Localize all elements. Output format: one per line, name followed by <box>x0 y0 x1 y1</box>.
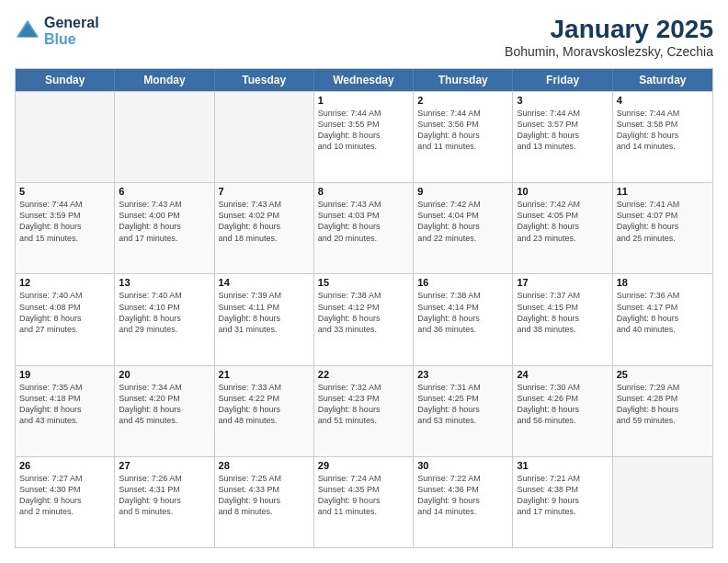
day-info: Sunrise: 7:32 AM Sunset: 4:23 PM Dayligh… <box>318 382 409 427</box>
day-cell-2: 2Sunrise: 7:44 AM Sunset: 3:56 PM Daylig… <box>414 92 513 182</box>
day-number: 26 <box>19 460 110 471</box>
day-number: 28 <box>219 460 310 471</box>
day-info: Sunrise: 7:43 AM Sunset: 4:02 PM Dayligh… <box>219 199 310 244</box>
day-number: 12 <box>19 277 110 288</box>
day-cell-28: 28Sunrise: 7:25 AM Sunset: 4:33 PM Dayli… <box>215 457 314 547</box>
day-info: Sunrise: 7:44 AM Sunset: 3:59 PM Dayligh… <box>19 199 110 244</box>
empty-cell <box>115 92 214 182</box>
day-number: 5 <box>19 186 110 197</box>
weekday-header-tuesday: Tuesday <box>215 69 314 91</box>
day-number: 6 <box>119 186 210 197</box>
day-info: Sunrise: 7:44 AM Sunset: 3:56 PM Dayligh… <box>417 108 508 153</box>
day-info: Sunrise: 7:21 AM Sunset: 4:38 PM Dayligh… <box>517 473 608 518</box>
day-cell-20: 20Sunrise: 7:34 AM Sunset: 4:20 PM Dayli… <box>115 366 214 456</box>
day-info: Sunrise: 7:33 AM Sunset: 4:22 PM Dayligh… <box>219 382 310 427</box>
day-number: 20 <box>119 369 210 380</box>
day-number: 25 <box>617 369 709 380</box>
day-info: Sunrise: 7:25 AM Sunset: 4:33 PM Dayligh… <box>219 473 310 518</box>
day-info: Sunrise: 7:42 AM Sunset: 4:05 PM Dayligh… <box>517 199 608 244</box>
day-cell-4: 4Sunrise: 7:44 AM Sunset: 3:58 PM Daylig… <box>613 92 712 182</box>
weekday-header-thursday: Thursday <box>414 69 513 91</box>
day-cell-29: 29Sunrise: 7:24 AM Sunset: 4:35 PM Dayli… <box>314 457 414 547</box>
day-cell-31: 31Sunrise: 7:21 AM Sunset: 4:38 PM Dayli… <box>513 457 612 547</box>
day-info: Sunrise: 7:44 AM Sunset: 3:58 PM Dayligh… <box>617 108 709 153</box>
weekday-header-friday: Friday <box>513 69 612 91</box>
day-info: Sunrise: 7:44 AM Sunset: 3:55 PM Dayligh… <box>318 108 409 153</box>
day-info: Sunrise: 7:30 AM Sunset: 4:26 PM Dayligh… <box>517 382 608 427</box>
day-info: Sunrise: 7:24 AM Sunset: 4:35 PM Dayligh… <box>318 473 409 518</box>
day-cell-16: 16Sunrise: 7:38 AM Sunset: 4:14 PM Dayli… <box>414 274 513 364</box>
calendar-row-3: 12Sunrise: 7:40 AM Sunset: 4:08 PM Dayli… <box>16 273 712 364</box>
header: General Blue January 2025 Bohumin, Morav… <box>15 15 713 59</box>
page: General Blue January 2025 Bohumin, Morav… <box>0 0 728 563</box>
day-info: Sunrise: 7:38 AM Sunset: 4:14 PM Dayligh… <box>417 290 508 335</box>
day-number: 19 <box>19 369 110 380</box>
weekday-header-monday: Monday <box>115 69 214 91</box>
calendar-row-2: 5Sunrise: 7:44 AM Sunset: 3:59 PM Daylig… <box>16 182 712 273</box>
day-number: 8 <box>318 186 409 197</box>
day-info: Sunrise: 7:44 AM Sunset: 3:57 PM Dayligh… <box>517 108 608 153</box>
day-info: Sunrise: 7:42 AM Sunset: 4:04 PM Dayligh… <box>417 199 508 244</box>
day-number: 3 <box>517 95 608 106</box>
logo-text: General Blue <box>44 15 99 48</box>
day-cell-13: 13Sunrise: 7:40 AM Sunset: 4:10 PM Dayli… <box>115 274 214 364</box>
day-info: Sunrise: 7:39 AM Sunset: 4:11 PM Dayligh… <box>219 290 310 335</box>
day-cell-6: 6Sunrise: 7:43 AM Sunset: 4:00 PM Daylig… <box>115 183 214 273</box>
day-cell-15: 15Sunrise: 7:38 AM Sunset: 4:12 PM Dayli… <box>314 274 414 364</box>
day-cell-30: 30Sunrise: 7:22 AM Sunset: 4:36 PM Dayli… <box>414 457 513 547</box>
day-cell-1: 1Sunrise: 7:44 AM Sunset: 3:55 PM Daylig… <box>314 92 414 182</box>
day-number: 9 <box>417 186 508 197</box>
day-info: Sunrise: 7:38 AM Sunset: 4:12 PM Dayligh… <box>318 290 409 335</box>
weekday-header-saturday: Saturday <box>613 69 712 91</box>
day-info: Sunrise: 7:29 AM Sunset: 4:28 PM Dayligh… <box>617 382 709 427</box>
day-cell-10: 10Sunrise: 7:42 AM Sunset: 4:05 PM Dayli… <box>513 183 612 273</box>
empty-cell <box>215 92 314 182</box>
empty-cell <box>613 457 712 547</box>
day-number: 11 <box>617 186 709 197</box>
day-info: Sunrise: 7:43 AM Sunset: 4:03 PM Dayligh… <box>318 199 409 244</box>
day-cell-7: 7Sunrise: 7:43 AM Sunset: 4:02 PM Daylig… <box>215 183 314 273</box>
day-cell-11: 11Sunrise: 7:41 AM Sunset: 4:07 PM Dayli… <box>613 183 712 273</box>
day-cell-24: 24Sunrise: 7:30 AM Sunset: 4:26 PM Dayli… <box>513 366 612 456</box>
day-number: 18 <box>617 277 709 288</box>
title-block: January 2025 Bohumin, Moravskoslezsky, C… <box>505 15 713 59</box>
day-info: Sunrise: 7:34 AM Sunset: 4:20 PM Dayligh… <box>119 382 210 427</box>
weekday-header-wednesday: Wednesday <box>314 69 414 91</box>
day-cell-25: 25Sunrise: 7:29 AM Sunset: 4:28 PM Dayli… <box>613 366 712 456</box>
day-info: Sunrise: 7:35 AM Sunset: 4:18 PM Dayligh… <box>19 382 110 427</box>
day-cell-26: 26Sunrise: 7:27 AM Sunset: 4:30 PM Dayli… <box>16 457 115 547</box>
day-info: Sunrise: 7:31 AM Sunset: 4:25 PM Dayligh… <box>417 382 508 427</box>
day-cell-22: 22Sunrise: 7:32 AM Sunset: 4:23 PM Dayli… <box>314 366 414 456</box>
weekday-header-sunday: Sunday <box>16 69 115 91</box>
day-number: 16 <box>417 277 508 288</box>
calendar-body: 1Sunrise: 7:44 AM Sunset: 3:55 PM Daylig… <box>16 91 712 547</box>
day-cell-23: 23Sunrise: 7:31 AM Sunset: 4:25 PM Dayli… <box>414 366 513 456</box>
location-title: Bohumin, Moravskoslezsky, Czechia <box>505 44 713 59</box>
logo-icon <box>15 18 40 44</box>
day-number: 23 <box>417 369 508 380</box>
day-number: 2 <box>417 95 508 106</box>
day-number: 7 <box>219 186 310 197</box>
day-cell-18: 18Sunrise: 7:36 AM Sunset: 4:17 PM Dayli… <box>613 274 712 364</box>
day-number: 24 <box>517 369 608 380</box>
day-cell-21: 21Sunrise: 7:33 AM Sunset: 4:22 PM Dayli… <box>215 366 314 456</box>
day-info: Sunrise: 7:41 AM Sunset: 4:07 PM Dayligh… <box>617 199 709 244</box>
day-info: Sunrise: 7:36 AM Sunset: 4:17 PM Dayligh… <box>617 290 709 335</box>
day-cell-5: 5Sunrise: 7:44 AM Sunset: 3:59 PM Daylig… <box>16 183 115 273</box>
day-number: 14 <box>219 277 310 288</box>
day-cell-8: 8Sunrise: 7:43 AM Sunset: 4:03 PM Daylig… <box>314 183 414 273</box>
day-number: 4 <box>617 95 709 106</box>
day-cell-27: 27Sunrise: 7:26 AM Sunset: 4:31 PM Dayli… <box>115 457 214 547</box>
day-number: 29 <box>318 460 409 471</box>
month-title: January 2025 <box>505 15 713 44</box>
day-number: 13 <box>119 277 210 288</box>
calendar-row-5: 26Sunrise: 7:27 AM Sunset: 4:30 PM Dayli… <box>16 456 712 547</box>
day-cell-3: 3Sunrise: 7:44 AM Sunset: 3:57 PM Daylig… <box>513 92 612 182</box>
day-number: 17 <box>517 277 608 288</box>
day-info: Sunrise: 7:40 AM Sunset: 4:08 PM Dayligh… <box>19 290 110 335</box>
day-number: 31 <box>517 460 608 471</box>
day-info: Sunrise: 7:37 AM Sunset: 4:15 PM Dayligh… <box>517 290 608 335</box>
day-number: 22 <box>318 369 409 380</box>
day-number: 21 <box>219 369 310 380</box>
day-number: 10 <box>517 186 608 197</box>
